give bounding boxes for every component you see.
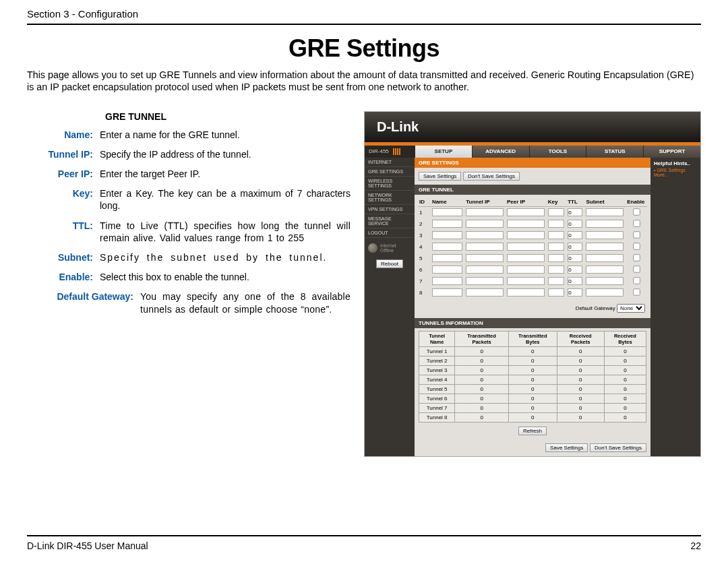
- gre-key-input[interactable]: [548, 220, 564, 228]
- save-button-bottom[interactable]: Save Settings: [545, 443, 588, 452]
- def-label-ttl: TTL:: [27, 220, 100, 244]
- dont-save-button-top[interactable]: Don't Save Settings: [463, 172, 520, 181]
- gre-ttl-input[interactable]: [568, 266, 582, 274]
- gre-tunnelip-input[interactable]: [466, 243, 504, 251]
- gre-col-ttl: TTL: [566, 197, 584, 207]
- gre-subnet-input[interactable]: [586, 288, 624, 296]
- gre-name-input[interactable]: [432, 277, 462, 285]
- gre-ttl-input[interactable]: [568, 288, 582, 296]
- gre-enable-checkbox[interactable]: [633, 208, 640, 215]
- gre-name-input[interactable]: [432, 220, 462, 228]
- gre-enable-checkbox[interactable]: [633, 231, 640, 238]
- dont-save-button-bottom[interactable]: Don't Save Settings: [590, 443, 646, 452]
- gre-ttl-input[interactable]: [568, 277, 582, 285]
- tunnels-info-table: Tunnel Name Transmitted Packets Transmit…: [419, 331, 646, 423]
- sidenav-vpn[interactable]: VPN SETTINGS: [365, 205, 415, 214]
- stripes-icon: [393, 148, 404, 155]
- gre-key-input[interactable]: [548, 208, 564, 216]
- gre-tunnelip-input[interactable]: [466, 277, 504, 285]
- gre-key-input[interactable]: [548, 288, 564, 296]
- sidenav-message[interactable]: MESSAGE SERVICE: [365, 214, 415, 228]
- gre-ttl-input[interactable]: [568, 254, 582, 262]
- gre-peerip-input[interactable]: [507, 254, 545, 262]
- gre-enable-checkbox[interactable]: [633, 254, 640, 261]
- gre-tunnelip-input[interactable]: [466, 208, 504, 216]
- dgw-label: Default Gateway: [576, 305, 615, 311]
- gre-enable-checkbox[interactable]: [633, 266, 640, 272]
- gre-peerip-input[interactable]: [507, 220, 545, 228]
- sidenav-wireless[interactable]: WIRELESS SETTINGS: [365, 177, 415, 191]
- gre-subnet-input[interactable]: [586, 208, 624, 216]
- gre-name-input[interactable]: [432, 208, 462, 216]
- gre-key-input[interactable]: [548, 231, 564, 239]
- gre-enable-checkbox[interactable]: [633, 243, 640, 249]
- sidenav-network[interactable]: NETWORK SETTINGS: [365, 191, 415, 205]
- sidenav-gre[interactable]: GRE SETTINGS: [365, 167, 415, 177]
- gre-subnet-input[interactable]: [586, 254, 624, 262]
- gre-name-input[interactable]: [432, 243, 462, 251]
- sidenav-internet[interactable]: INTERNET: [365, 158, 415, 167]
- gre-peerip-input[interactable]: [507, 266, 545, 274]
- gre-peerip-input[interactable]: [507, 208, 545, 216]
- hints-more[interactable]: More..: [654, 173, 697, 177]
- gre-enable-checkbox[interactable]: [633, 277, 640, 284]
- gre-enable-checkbox[interactable]: [633, 288, 640, 295]
- gre-ttl-input[interactable]: [568, 231, 582, 239]
- gre-ttl-input[interactable]: [568, 220, 582, 228]
- ti-rb: 0: [604, 403, 646, 412]
- gre-row: 5: [418, 253, 647, 264]
- footer-left: D-Link DIR-455 User Manual: [27, 540, 148, 551]
- gre-tunnelip-input[interactable]: [466, 254, 504, 262]
- gre-tunnelip-input[interactable]: [466, 266, 504, 274]
- ti-rb: 0: [604, 384, 646, 394]
- tab-support[interactable]: SUPPORT: [643, 146, 700, 158]
- tab-status[interactable]: STATUS: [586, 146, 643, 158]
- gre-enable-checkbox[interactable]: [633, 220, 640, 226]
- brand-bar: D-Link: [365, 112, 700, 142]
- gre-subnet-input[interactable]: [586, 266, 624, 274]
- gre-row: 3: [418, 230, 647, 241]
- gre-tunnelip-input[interactable]: [466, 288, 504, 296]
- gre-subnet-input[interactable]: [586, 277, 624, 285]
- ti-rb: 0: [604, 365, 646, 375]
- ti-row: Tunnel 40000: [419, 375, 646, 384]
- gre-subnet-input[interactable]: [586, 220, 624, 228]
- gre-subnet-input[interactable]: [586, 231, 624, 239]
- gre-name-input[interactable]: [432, 254, 462, 262]
- ti-tp: 0: [455, 365, 509, 375]
- def-desc-name: Enter a name for the GRE tunnel.: [100, 129, 351, 141]
- gre-tunnelip-input[interactable]: [466, 231, 504, 239]
- ti-rp: 0: [557, 346, 604, 356]
- gre-col-peerip: Peer IP: [506, 197, 547, 207]
- gre-key-input[interactable]: [548, 277, 564, 285]
- tab-setup[interactable]: SETUP: [415, 146, 472, 158]
- dgw-select[interactable]: None: [617, 304, 645, 313]
- header-rule: [27, 24, 701, 25]
- gre-key-input[interactable]: [548, 266, 564, 274]
- tab-tools[interactable]: TOOLS: [529, 146, 586, 158]
- gre-peerip-input[interactable]: [507, 288, 545, 296]
- gre-subnet-input[interactable]: [586, 243, 624, 251]
- ti-tb: 0: [508, 394, 557, 403]
- gre-name-input[interactable]: [432, 231, 462, 239]
- ti-row: Tunnel 30000: [419, 365, 646, 375]
- gre-peerip-input[interactable]: [507, 243, 545, 251]
- gre-peerip-input[interactable]: [507, 231, 545, 239]
- gre-name-input[interactable]: [432, 266, 462, 274]
- gre-key-input[interactable]: [548, 243, 564, 251]
- gre-key-input[interactable]: [548, 254, 564, 262]
- ti-rb: 0: [604, 356, 646, 365]
- tab-advanced[interactable]: ADVANCED: [472, 146, 529, 158]
- gre-ttl-input[interactable]: [568, 243, 582, 251]
- save-button-top[interactable]: Save Settings: [419, 172, 461, 181]
- gre-tunnelip-input[interactable]: [466, 220, 504, 228]
- gre-name-input[interactable]: [432, 288, 462, 296]
- ti-rp: 0: [557, 403, 604, 412]
- hints-item[interactable]: • GRE Settings: [654, 168, 697, 173]
- refresh-button[interactable]: Refresh: [518, 427, 547, 435]
- gre-peerip-input[interactable]: [507, 277, 545, 285]
- reboot-button[interactable]: Reboot: [376, 259, 403, 268]
- sidenav-logout[interactable]: LOGOUT: [365, 228, 415, 238]
- net-line1: Internet: [380, 243, 396, 248]
- gre-ttl-input[interactable]: [568, 208, 582, 216]
